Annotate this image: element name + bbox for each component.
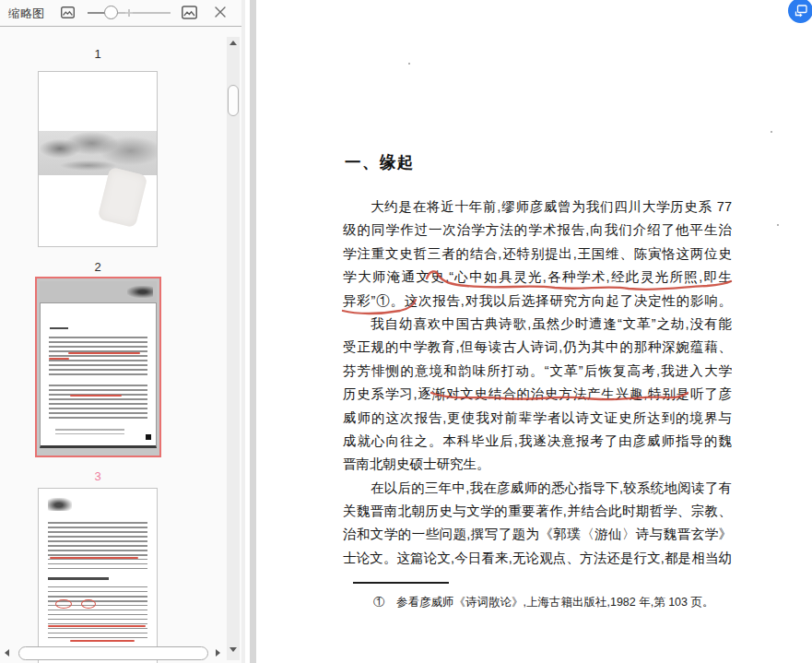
text-line: 治和文学的一些问题,撰写了题为《郭璞〈游仙〉诗与魏晋玄学》的硕 bbox=[343, 523, 732, 546]
fake-paragraph bbox=[48, 586, 147, 642]
page-number-label: 2 bbox=[39, 260, 157, 274]
text-line: 级的同学作过一次治学方法的学术报告,向我们介绍了他平生治 bbox=[343, 219, 732, 242]
fake-paragraph bbox=[48, 522, 147, 570]
red-underline bbox=[48, 625, 146, 627]
red-circle-mark bbox=[81, 599, 96, 609]
thumbnail-list: 1 2 3 bbox=[0, 27, 227, 663]
text-line: 在以后的三年中,我在彦威师的悉心指导下,较系统地阅读了有 bbox=[343, 477, 732, 500]
thumbnail-page-2[interactable] bbox=[39, 72, 157, 246]
text-line: 受正规的中学教育,但每读古人诗词,仍为其中的那种深婉蕴藉、 bbox=[343, 336, 732, 359]
scan-speck bbox=[771, 131, 772, 133]
thumbnail-large-icon[interactable] bbox=[181, 4, 198, 25]
scroll-down-arrow-icon[interactable] bbox=[229, 647, 237, 652]
header-illustration bbox=[127, 286, 153, 298]
text-line: 士论文。这篇论文,今日看来,无论观点、方法还是行文,都是相当幼 bbox=[343, 547, 732, 570]
text-line: 学注重文史哲三者的结合,还特别提出,王国维、陈寅恪这两位史 bbox=[343, 243, 732, 266]
document-view: 一、缘起 大约是在将近十年前,缪师彦威曾为我们四川大学历史系 77 级的同学作过… bbox=[241, 0, 812, 663]
scan-speck bbox=[408, 63, 410, 65]
horizontal-scrollbar-thumb[interactable] bbox=[18, 646, 208, 660]
screen-translate-button[interactable] bbox=[788, 0, 812, 23]
text-line: 晋南北朝史硕士研究生。 bbox=[343, 453, 732, 476]
red-circle-mark bbox=[55, 599, 72, 609]
thumbnail-small-icon[interactable] bbox=[60, 5, 76, 24]
page-text-area bbox=[40, 302, 157, 448]
text-line: 关魏晋南北朝历史与文学的重要著作,并结合此时期哲学、宗教、政 bbox=[343, 500, 732, 523]
vertical-scrollbar-thumb[interactable] bbox=[228, 85, 239, 116]
red-underline bbox=[49, 358, 69, 360]
thumbnail-page-3-selected[interactable] bbox=[35, 277, 161, 457]
text-line: 芬芳悱恻的意境和韵味所打动。“文革”后恢复高考,我进入大学 bbox=[343, 360, 732, 383]
body-text: 大约是在将近十年前,缪师彦威曾为我们四川大学历史系 77 级的同学作过一次治学方… bbox=[343, 195, 732, 570]
text-line: 我自幼喜欢中国古典诗歌,虽然少时遭逢“文革”之劫,没有能 bbox=[343, 313, 732, 336]
footnote-rule bbox=[353, 582, 449, 584]
fake-paragraph bbox=[49, 385, 147, 421]
fake-footnote bbox=[55, 429, 124, 434]
page-left-shadow bbox=[250, 0, 256, 663]
red-underline bbox=[70, 640, 135, 642]
page-number-label: 1 bbox=[39, 47, 157, 61]
text-line: 威师的这次报告,更使我对前辈学者以诗文证史所达到的境界与 bbox=[343, 407, 732, 430]
thumbnail-panel: 缩略图 1 bbox=[0, 0, 241, 663]
scroll-left-arrow-icon[interactable] bbox=[5, 649, 9, 657]
thumbnail-page-4[interactable] bbox=[39, 489, 157, 663]
faint-stamp bbox=[98, 167, 148, 228]
page-header-band bbox=[40, 281, 157, 302]
page-number-label-current: 3 bbox=[39, 469, 157, 483]
text-line: 历史系学习,逐渐对文史结合的治史方法产生兴趣,特别是听了彦 bbox=[343, 383, 732, 406]
thumbnail-size-slider[interactable] bbox=[88, 0, 171, 26]
header-illustration bbox=[48, 498, 72, 511]
thumbnail-toolbar: 缩略图 bbox=[0, 0, 241, 27]
footnote-text: ① 参看彦威师《诗词散论》,上海古籍出版社,1982 年,第 103 页。 bbox=[373, 595, 714, 610]
slider-handle[interactable] bbox=[104, 6, 118, 19]
slider-track bbox=[111, 12, 171, 14]
panel-edge bbox=[241, 0, 245, 663]
text-line: 大约是在将近十年前,缪师彦威曾为我们四川大学历史系 77 bbox=[343, 195, 732, 219]
scan-speck bbox=[777, 224, 779, 226]
slider-tick bbox=[128, 9, 130, 17]
close-icon[interactable] bbox=[213, 5, 228, 23]
scroll-right-arrow-icon[interactable] bbox=[216, 649, 220, 657]
fake-heading bbox=[48, 577, 109, 580]
vertical-scrollbar-track[interactable] bbox=[227, 37, 240, 660]
text-line: 成就心向往之。本科毕业后,我遂决意报考了由彦威师指导的魏 bbox=[343, 430, 732, 453]
painting-image bbox=[39, 131, 157, 175]
fake-heading bbox=[50, 327, 68, 329]
red-underline bbox=[68, 352, 140, 354]
text-line: 异彩”①。这次报告,对我以后选择研究方向起了决定性的影响。 bbox=[343, 290, 732, 313]
panel-title: 缩略图 bbox=[8, 6, 44, 22]
red-underline bbox=[50, 557, 138, 559]
section-heading: 一、缘起 bbox=[345, 151, 415, 173]
scroll-up-arrow-icon[interactable] bbox=[229, 41, 237, 45]
screen-translate-icon bbox=[794, 4, 808, 18]
page-corner-mark bbox=[146, 434, 151, 440]
red-underline bbox=[70, 395, 122, 397]
text-line: 学大师淹通文史,“心中如具灵光,各种学术,经此灵光所照,即生 bbox=[343, 266, 732, 289]
